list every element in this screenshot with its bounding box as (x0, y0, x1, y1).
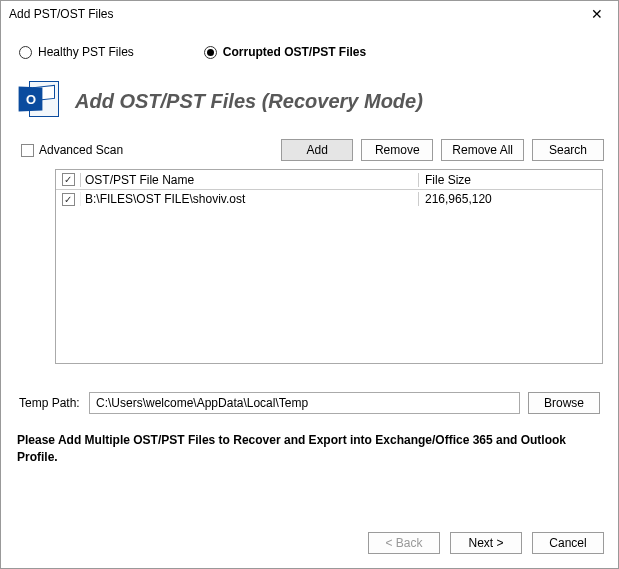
window-title: Add PST/OST Files (9, 7, 582, 21)
toolbar: Advanced Scan Add Remove Remove All Sear… (15, 139, 604, 169)
remove-button[interactable]: Remove (361, 139, 433, 161)
browse-button[interactable]: Browse (528, 392, 600, 414)
select-all-checkbox[interactable] (56, 173, 80, 186)
toolbar-buttons: Add Remove Remove All Search (281, 139, 604, 161)
checkbox-icon (21, 144, 34, 157)
temp-path-row: Temp Path: Browse (15, 364, 604, 414)
wizard-footer: < Back Next > Cancel (368, 532, 604, 554)
advanced-scan-checkbox[interactable]: Advanced Scan (21, 143, 123, 157)
radio-label: Healthy PST Files (38, 45, 134, 59)
radio-corrupted-ost-pst[interactable]: Corrupted OST/PST Files (204, 45, 366, 59)
col-size-header[interactable]: File Size (418, 173, 602, 187)
temp-path-input[interactable] (89, 392, 520, 414)
radio-label: Corrupted OST/PST Files (223, 45, 366, 59)
back-button: < Back (368, 532, 440, 554)
content-area: Healthy PST Files Corrupted OST/PST File… (1, 27, 618, 466)
table-row[interactable]: B:\FILES\OST FILE\shoviv.ost 216,965,120 (56, 190, 602, 208)
radio-healthy-pst[interactable]: Healthy PST Files (19, 45, 134, 59)
next-button[interactable]: Next > (450, 532, 522, 554)
mode-title: Add OST/PST Files (Recovery Mode) (75, 90, 423, 113)
cancel-button[interactable]: Cancel (532, 532, 604, 554)
temp-path-label: Temp Path: (19, 396, 81, 410)
radio-icon (19, 46, 32, 59)
checkbox-icon (62, 173, 75, 186)
checkbox-icon (62, 193, 75, 206)
mode-header: O Add OST/PST Files (Recovery Mode) (15, 77, 604, 139)
row-filename: B:\FILES\OST FILE\shoviv.ost (80, 192, 418, 206)
radio-icon (204, 46, 217, 59)
titlebar: Add PST/OST Files ✕ (1, 1, 618, 27)
row-checkbox[interactable] (56, 193, 80, 206)
add-button[interactable]: Add (281, 139, 353, 161)
table-header: OST/PST File Name File Size (56, 170, 602, 190)
col-name-header[interactable]: OST/PST File Name (80, 173, 418, 187)
file-table: OST/PST File Name File Size B:\FILES\OST… (55, 169, 603, 364)
outlook-icon: O (19, 81, 59, 121)
remove-all-button[interactable]: Remove All (441, 139, 524, 161)
file-type-radio-group: Healthy PST Files Corrupted OST/PST File… (15, 35, 604, 77)
close-icon[interactable]: ✕ (582, 3, 612, 25)
checkbox-label: Advanced Scan (39, 143, 123, 157)
search-button[interactable]: Search (532, 139, 604, 161)
row-filesize: 216,965,120 (418, 192, 602, 206)
instruction-text: Please Add Multiple OST/PST Files to Rec… (15, 414, 604, 466)
